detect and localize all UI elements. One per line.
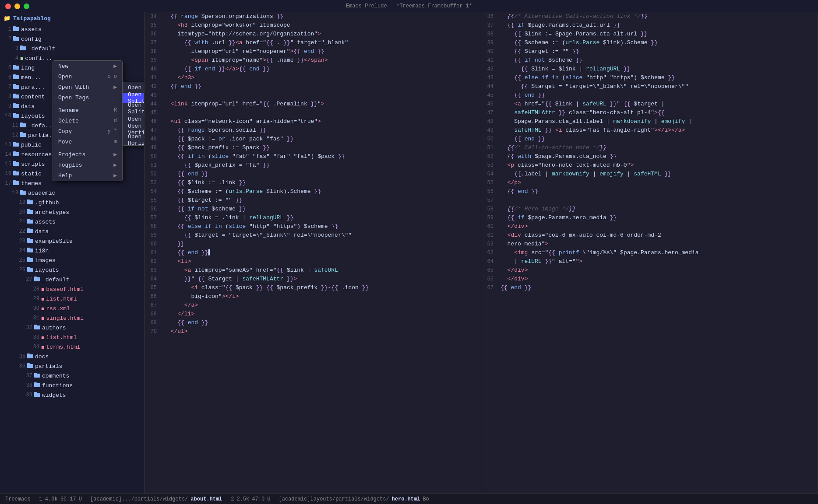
- sidebar-item-baseof-html[interactable]: 28◼baseof.html: [0, 284, 144, 294]
- context-menu-toggles[interactable]: Toggles ▶: [53, 160, 122, 170]
- sidebar-item-academic[interactable]: 18academic: [0, 188, 144, 198]
- submenu-open-ace-horizontal[interactable]: Open With Ace & Horizontal Split o a h: [123, 135, 145, 145]
- sidebar-item-widgets[interactable]: 39widgets: [0, 390, 144, 400]
- code-line-content: {{ $pack_prefix := $pack }}: [164, 144, 477, 152]
- sidebar-item-authors[interactable]: 32authors: [0, 323, 144, 332]
- code-line: 40 {{ if end }}</a>{{ end }}: [145, 65, 481, 74]
- code-line: 64 }}" {{ $target | safeHTMLAttr }}>: [145, 275, 481, 284]
- folder-icon: [27, 266, 33, 273]
- sidebar-item-label: list.html: [46, 296, 77, 302]
- code-line-number: 38: [485, 30, 501, 38]
- code-line-content: [501, 196, 814, 205]
- open-shortcut: o o: [107, 74, 117, 80]
- sidebar-item-i18n[interactable]: 24i18n: [0, 246, 144, 256]
- context-menu-help[interactable]: Help ▶: [53, 170, 122, 181]
- sidebar-item-single-html[interactable]: 31◼single.html: [0, 313, 144, 323]
- submenu-open-horizontal[interactable]: Open With Horizontal Split o h: [123, 103, 145, 114]
- code-line-content: </ul>: [164, 327, 477, 336]
- folder-icon: [20, 132, 26, 139]
- code-line-number: 60: [485, 222, 501, 231]
- sidebar-title: Taipapablog: [13, 15, 51, 22]
- code-line-number: 49: [485, 126, 501, 135]
- sidebar-item--default[interactable]: 27_default: [0, 275, 144, 284]
- code-line: 45: [145, 108, 481, 117]
- sidebar-item-list-html[interactable]: 33◼list.html: [0, 332, 144, 342]
- sidebar-item--github[interactable]: 19.github: [0, 198, 144, 207]
- sidebar-item-config[interactable]: 2config: [0, 34, 144, 44]
- code-line-number: 36: [485, 12, 501, 21]
- close-button[interactable]: [5, 4, 11, 9]
- statusbar: Treemacs 1 4.0k 60:17 U – [academic].../…: [0, 494, 818, 504]
- code-line-content: {{ end }}▌: [164, 248, 477, 257]
- context-menu-move[interactable]: Move m: [53, 136, 122, 147]
- sidebar-item-label: authors: [42, 325, 66, 331]
- code-line-content: $page.Params.cta_alt.label | markdownify…: [501, 117, 814, 126]
- sidebar-item-label: rss.xml: [46, 305, 70, 312]
- minimize-button[interactable]: [14, 4, 20, 9]
- sidebar-item-comments[interactable]: 37comments: [0, 371, 144, 381]
- folder-icon: [34, 324, 40, 331]
- sidebar-item-terms-html[interactable]: 34◼terms.html: [0, 342, 144, 352]
- code-line: 64 | relURL }}" alt="">: [481, 257, 818, 266]
- code-pane-2[interactable]: 36 {{/* Alternative Call-to-action link …: [481, 12, 818, 494]
- sidebar-item-archetypes[interactable]: 20archetypes: [0, 207, 144, 217]
- line-number: 3: [11, 46, 18, 52]
- code-line-content: {{ $target := "" }}: [501, 47, 814, 56]
- context-menu-new[interactable]: New ▶: [53, 61, 122, 71]
- code-pane-1[interactable]: 34 {{ range $person.organizations }}35 <…: [145, 12, 481, 494]
- line-number: 5: [4, 65, 11, 71]
- folder-icon: [13, 35, 19, 42]
- code-line-number: 47: [485, 108, 501, 117]
- code-line: 45 {{ end }}: [481, 91, 818, 100]
- context-menu-open[interactable]: Open o o: [53, 71, 122, 82]
- sidebar-item-list-html[interactable]: 29◼list.html: [0, 294, 144, 304]
- code-line-number: 42: [485, 65, 501, 74]
- code-line-number: 66: [485, 275, 501, 284]
- code-line-content: </h3>: [164, 74, 477, 82]
- code-line: 36 itemtype="http://schema.org/Organizat…: [145, 30, 481, 38]
- code-line-content: {{ $link = $link | relLangURL }}: [501, 65, 814, 74]
- context-menu-open-with[interactable]: Open With ▶ Open Directly o o Open With …: [53, 82, 122, 92]
- line-number: 10: [4, 113, 11, 119]
- sidebar-item-examplesite[interactable]: 23exampleSite: [0, 236, 144, 246]
- sidebar-item-functions[interactable]: 38functions: [0, 381, 144, 390]
- code-line-number: 65: [485, 266, 501, 275]
- code-line-number: 54: [485, 170, 501, 178]
- folder-icon: [27, 247, 33, 254]
- maximize-button[interactable]: [24, 4, 29, 9]
- context-menu-copy[interactable]: Copy y f: [53, 126, 122, 136]
- code-line: 56 {{ end }}: [481, 187, 818, 196]
- sidebar[interactable]: 📁 Taipapablog 1assets2config3_default4◼c…: [0, 12, 145, 494]
- sidebar-item--default[interactable]: 3_default: [0, 44, 144, 53]
- code-line-number: 49: [148, 144, 164, 152]
- context-menu-rename[interactable]: Rename R: [53, 105, 122, 116]
- svg-rect-29: [13, 171, 16, 172]
- sidebar-item-layouts[interactable]: 26layouts: [0, 265, 144, 275]
- sidebar-item-images[interactable]: 25images: [0, 256, 144, 265]
- code-line-content: {{ $pack_prefix = "fa" }}: [164, 161, 477, 170]
- code-line: 53 {{ $link := .link }}: [145, 178, 481, 187]
- sidebar-header: 📁 Taipapablog: [0, 12, 144, 24]
- context-menu-delete[interactable]: Delete d: [53, 116, 122, 126]
- sidebar-item-docs[interactable]: 35docs: [0, 352, 144, 361]
- statusbar-pane2: 2 2.5k 47:0 U – [academic]layouts/partia…: [231, 496, 429, 502]
- code-line-number: 51: [148, 161, 164, 170]
- context-menu-open-tags[interactable]: Open Tags: [53, 92, 122, 103]
- sidebar-item-data[interactable]: 22data: [0, 227, 144, 236]
- sidebar-item-rss-xml[interactable]: 30◼rss.xml: [0, 304, 144, 313]
- sidebar-item-partials[interactable]: 36partials: [0, 361, 144, 371]
- sidebar-item-assets[interactable]: 1assets: [0, 24, 144, 34]
- folder-icon: [27, 363, 33, 370]
- sidebar-item-assets[interactable]: 21assets: [0, 217, 144, 227]
- svg-rect-9: [13, 74, 16, 76]
- code-line-content: <a href="{{ $link | safeURL }}" {{ $targ…: [501, 100, 814, 108]
- svg-rect-59: [34, 373, 37, 374]
- code-line: 62 hero-media">: [481, 240, 818, 248]
- line-number: 22: [18, 228, 25, 234]
- code-line: 42 {{ $link = $link | relLangURL }}: [481, 65, 818, 74]
- sidebar-item-label: confi...: [25, 55, 52, 62]
- context-menu-projects[interactable]: Projects ▶: [53, 149, 122, 160]
- code-line: 43 {{ else if in (slice "http" "https") …: [481, 74, 818, 82]
- svg-rect-19: [20, 122, 23, 124]
- separator-1: [53, 104, 122, 104]
